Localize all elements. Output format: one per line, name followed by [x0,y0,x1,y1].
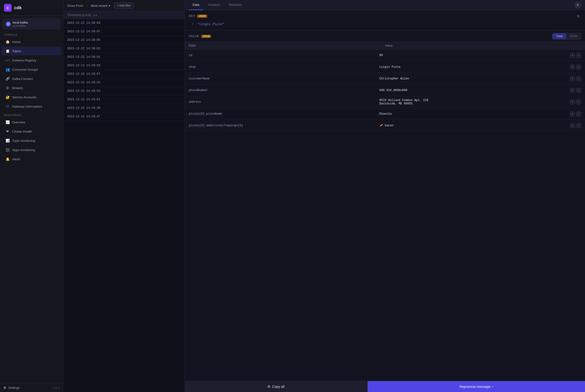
consumer-groups-icon: 👥 [5,67,10,72]
filter-asc-icon[interactable]: ▼ [570,64,575,70]
tab-headers[interactable]: Headers [204,0,224,10]
tab-data[interactable]: Data [189,0,203,10]
filter-desc-icon[interactable]: ✕ [576,64,581,70]
cluster-sub: local-kafka [13,24,28,27]
filter-asc-icon[interactable]: ▼ [570,76,575,81]
chevron-down-icon: ▼ [108,4,111,7]
data-row-pizza-name: pizzas[0].pizzaName Diavola ▼ ✕ [185,108,585,120]
filter-asc-icon[interactable]: ▼ [570,112,575,116]
nav-gateway-interceptors[interactable]: 🛡 Gateway Interceptors [2,102,62,111]
cluster-item[interactable]: ⬡ local-kafka local-kafka [2,18,60,30]
filter-asc-icon[interactable]: ▼ [570,123,575,128]
timestamp-cell: 2023-12-22 14:30:09 [67,21,100,25]
field-actions: ▼ ✕ [570,53,581,58]
field-actions: ▼ ✕ [570,112,581,116]
reprocess-button[interactable]: Reprocess message › [368,381,585,392]
service-accounts-icon: 🔐 [5,95,10,99]
copy-all-label: Copy all [272,385,284,388]
value-address: 0519 Holland Common Apt. 218 Davidside, … [380,98,570,106]
col-field-header: Field [189,44,385,47]
filter-desc-icon[interactable]: ✕ [576,112,581,116]
add-filter-label: + Add filter [117,4,131,7]
console-section-label: CONSOLE [0,30,63,37]
nav-topic-monitoring[interactable]: 📊 Topic monitoring [2,136,62,145]
action-bar: ⧉ Copy all Reprocess message › [185,381,585,392]
filter-desc-icon[interactable]: ✕ [576,76,581,81]
nav-brokers[interactable]: ⚙ Brokers [2,84,62,92]
field-shop: shop [189,65,380,69]
nav-gateway-interceptors-label: Gateway Interceptors [12,105,42,108]
toggle-table-button[interactable]: Table [552,33,566,39]
nav-consumer-groups[interactable]: 👥 Consumer Groups [2,65,62,74]
app-logo: C [4,4,12,12]
field-actions: ▼ ✕ [570,88,581,93]
value-section: VALUE JSON Table JSON Field Value id 99 [185,30,585,392]
nav-overview[interactable]: 📈 Overview [2,118,62,126]
copy-key-button[interactable]: ⧉ [575,13,581,19]
data-row-id: id 99 ▼ ✕ [185,50,585,61]
filter-desc-icon[interactable]: ✕ [576,123,581,128]
filter-asc-icon[interactable]: ▼ [570,100,575,104]
copy-all-button[interactable]: ⧉ Copy all [185,381,368,392]
nav-schema-registry-label: Schema Registry [12,58,36,62]
nav-apps-monitoring[interactable]: ⬛ Apps monitoring [2,146,62,154]
value-pizza-name: Diavola [380,112,570,116]
timestamp-cell: 2023-12-22 14:29:51 [67,98,100,101]
settings-label: Settings [8,386,20,390]
copy-icon: ⧉ [268,384,270,388]
tab-metadata[interactable]: Metadata [225,0,246,10]
timestamp-cell: 2023-12-22 14:29:47 [67,115,100,118]
view-toggle: Table JSON [552,33,581,39]
timestamp-cell: 2023-12-22 14:29:59 [67,64,100,67]
schema-registry-icon: </> [5,58,10,62]
settings-icon: ⚙ [4,386,6,390]
nav-cluster-health[interactable]: ❤ Cluster Health [2,127,62,136]
nav-kafka-connect[interactable]: 🔗 Kafka Connect [2,74,62,83]
timestamp-cell: 2023-12-22 14:29:57 [67,72,100,76]
field-actions: ▼ ✕ [570,76,581,81]
field-actions: ▼ ✕ [570,100,581,104]
nav-service-accounts[interactable]: 🔐 Service Accounts [2,93,62,102]
nav-topics-label: Topics [12,49,21,53]
nav-topics[interactable]: 📋 Topics [2,47,62,56]
version-label: 1.28.0 [52,386,60,389]
reprocess-label: Reprocess message [460,385,490,388]
panel-close-button[interactable]: ✕ [574,2,581,8]
nav-topic-monitoring-label: Topic monitoring [12,139,35,142]
sidebar: C cdk ⬡ local-kafka local-kafka CONSOLE … [0,0,63,392]
add-filter-button[interactable]: + Add filter [114,2,134,9]
filter-desc-icon[interactable]: ✕ [576,88,581,93]
sidebar-header: C cdk [0,0,63,16]
apps-monitoring-icon: ⬛ [5,148,10,152]
filter-asc-icon[interactable]: ▼ [570,88,575,93]
value-id: 99 [380,54,570,57]
nav-schema-registry[interactable]: </> Schema Registry [2,56,62,64]
filter-desc-icon[interactable]: ✕ [576,100,581,104]
nav-alerts[interactable]: 🔔 Alerts [2,155,62,164]
filter-asc-icon[interactable]: ▼ [570,53,575,58]
settings-item[interactable]: ⚙ Settings [4,386,20,390]
line-number: 1 [189,22,194,26]
timestamp-cell: 2023-12-22 14:29:53 [67,90,100,93]
filter-desc-icon[interactable]: ✕ [576,53,581,58]
pipe-divider: | [86,4,88,8]
timestamp-cell: 2023-12-22 14:29:55 [67,81,100,84]
toggle-json-button[interactable]: JSON [566,33,581,39]
timestamp-cell: 2023-12-22 14:30:07 [67,30,100,33]
data-row-phone: phoneNumber 898.916.8698x680 ▼ ✕ [185,84,585,96]
data-row-address: address 0519 Holland Common Apt. 218 Dav… [185,96,585,108]
field-address: address [189,100,380,104]
nav-apps-monitoring-label: Apps monitoring [12,148,35,152]
value-header: VALUE JSON Table JSON [185,30,585,42]
most-recent-selector[interactable]: Most recent ▼ [91,4,111,8]
nav-home[interactable]: 🏠 Home [2,38,62,46]
home-icon: 🏠 [5,40,10,44]
timestamp-cell: 2023-12-22 14:30:01 [67,56,100,59]
panel-tabs: Data Headers Metadata ✕ [185,0,585,10]
value-json-badge: JSON [201,35,211,38]
most-recent-label: Most recent [91,4,108,8]
field-pizza-name: pizzas[0].pizzaName [189,112,380,116]
value-label: VALUE [189,34,199,38]
timestamp-cell: 2023-12-22 14:30:05 [67,38,100,42]
cluster-name: local-kafka [13,21,28,24]
